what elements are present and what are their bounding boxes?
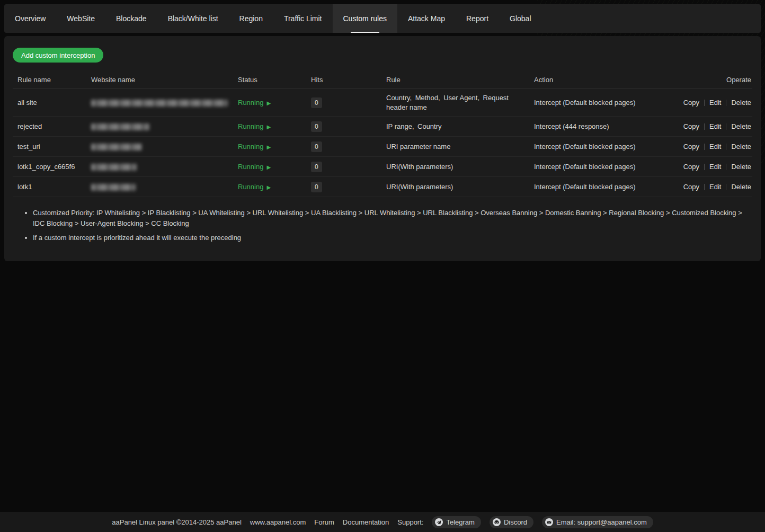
copy-link[interactable]: Copy [683,99,699,107]
action-cell: Intercept (Default blocked pages) [534,183,678,191]
hits-cell: 0 [311,141,386,152]
status-cell[interactable]: Running▶ [238,163,311,171]
status-cell[interactable]: Running▶ [238,99,311,107]
tab-website[interactable]: WebSite [56,4,105,33]
play-icon: ▶ [266,124,271,130]
copy-link[interactable]: Copy [683,122,699,130]
action-cell: Intercept (Default blocked pages) [534,163,678,171]
discord-button[interactable]: Discord [490,516,533,528]
header-action: Action [534,76,678,84]
website-name-redacted [91,123,149,130]
operate-cell: CopyEditDelete [678,183,752,191]
operate-divider [726,164,726,170]
header-rule-name: Rule name [13,76,91,84]
hits-cell: 0 [311,121,386,132]
copy-link[interactable]: Copy [683,143,699,150]
operate-cell: CopyEditDelete [678,122,752,130]
website-name-cell [91,183,238,191]
rule-cell: Country, Method, User Agent, Request hea… [386,93,534,112]
operate-divider [726,184,726,190]
table-row: all site Running▶ 0 Country, Method, Use… [13,89,752,117]
status-running-label: Running [238,143,263,150]
website-name-redacted [91,184,136,191]
hits-cell: 0 [311,97,386,108]
rules-table: Rule name Website name Status Hits Rule … [13,71,752,197]
email-support-button[interactable]: Email: support@aapanel.com [542,516,653,528]
top-nav: Overview WebSite Blockade Black/White li… [4,4,761,33]
website-name-cell [91,163,238,171]
tab-custom-rules[interactable]: Custom rules [333,4,397,33]
copy-link[interactable]: Copy [683,163,699,171]
website-name-cell [91,122,238,130]
edit-link[interactable]: Edit [709,163,721,171]
rule-name-cell: lotk1_copy_c665f6 [13,163,91,171]
status-running-label: Running [238,183,263,191]
tab-region[interactable]: Region [229,4,273,33]
play-icon: ▶ [266,164,271,170]
action-cell: Intercept (444 response) [534,122,678,130]
website-name-redacted [91,144,142,150]
tab-report[interactable]: Report [456,4,499,33]
header-operate: Operate [678,76,752,84]
rule-cell: IP range, Country [386,122,534,131]
edit-link[interactable]: Edit [709,143,721,150]
hits-badge: 0 [311,141,322,152]
rule-cell: URI(With parameters) [386,182,534,192]
rule-name-cell: all site [13,99,91,107]
header-hits: Hits [311,76,386,84]
hits-badge: 0 [311,121,322,132]
operate-divider [704,184,705,190]
header-rule: Rule [386,76,534,84]
footer-website-link[interactable]: www.aapanel.com [250,518,306,526]
delete-link[interactable]: Delete [731,143,751,150]
hits-badge: 0 [311,97,322,108]
edit-link[interactable]: Edit [709,183,721,191]
status-running-label: Running [238,163,263,171]
footer-forum-link[interactable]: Forum [314,518,334,526]
hits-badge: 0 [311,162,322,172]
status-cell[interactable]: Running▶ [238,183,311,191]
delete-link[interactable]: Delete [731,183,751,191]
action-cell: Intercept (Default blocked pages) [534,99,678,107]
status-running-label: Running [238,122,263,130]
tab-traffic-limit[interactable]: Traffic Limit [273,4,333,33]
operate-divider [704,164,705,170]
play-icon: ▶ [266,184,271,190]
table-row: test_uri Running▶ 0 URI parameter name I… [13,137,752,157]
operate-cell: CopyEditDelete [678,143,752,150]
telegram-button[interactable]: Telegram [432,516,481,528]
footer-copyright: aaPanel Linux panel ©2014-2025 aaPanel [112,518,242,526]
delete-link[interactable]: Delete [731,122,751,130]
tab-blockade[interactable]: Blockade [105,4,157,33]
waf-custom-rules-page: Overview WebSite Blockade Black/White li… [0,0,765,532]
operate-divider [704,144,705,150]
tab-black-white-list[interactable]: Black/White list [157,4,229,33]
edit-link[interactable]: Edit [709,99,721,107]
status-cell[interactable]: Running▶ [238,122,311,130]
tab-global[interactable]: Global [499,4,541,33]
status-cell[interactable]: Running▶ [238,143,311,150]
copy-link[interactable]: Copy [683,183,699,191]
email-label: Email: support@aapanel.com [556,518,647,526]
telegram-label: Telegram [446,518,474,526]
table-header-row: Rule name Website name Status Hits Rule … [13,71,752,89]
telegram-icon [435,518,443,526]
add-custom-interception-button[interactable]: Add custom interception [13,48,103,63]
operate-cell: CopyEditDelete [678,163,752,171]
operate-divider [726,123,726,130]
header-status: Status [238,76,311,84]
tab-attack-map[interactable]: Attack Map [397,4,456,33]
hits-cell: 0 [311,162,386,172]
footer-documentation-link[interactable]: Documentation [343,518,389,526]
rule-cell: URI(With parameters) [386,162,534,172]
rule-cell: URI parameter name [386,142,534,152]
table-row: rejected Running▶ 0 IP range, Country In… [13,117,752,137]
delete-link[interactable]: Delete [731,99,751,107]
tab-overview[interactable]: Overview [4,4,56,33]
operate-cell: CopyEditDelete [678,99,752,107]
action-cell: Intercept (Default blocked pages) [534,143,678,150]
table-row: lotk1 Running▶ 0 URI(With parameters) In… [13,177,752,197]
delete-link[interactable]: Delete [731,163,751,171]
edit-link[interactable]: Edit [709,122,721,130]
table-row: lotk1_copy_c665f6 Running▶ 0 URI(With pa… [13,157,752,177]
